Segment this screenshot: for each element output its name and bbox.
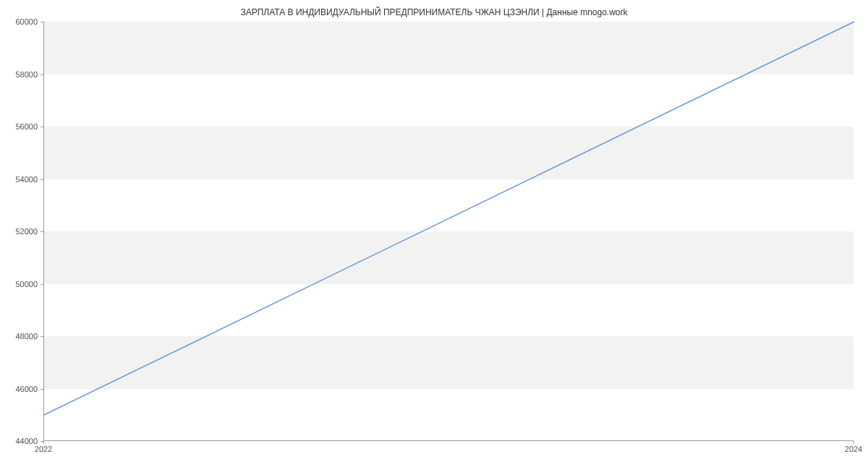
plot-svg — [44, 22, 854, 440]
y-tick-label: 58000 — [1, 70, 38, 79]
y-tick-label: 52000 — [1, 227, 38, 236]
y-tick-mark — [41, 231, 43, 232]
y-tick-label: 50000 — [1, 280, 38, 289]
y-tick-mark — [41, 389, 43, 390]
x-tick-label: 2024 — [845, 445, 862, 453]
y-tick-mark — [41, 336, 43, 337]
y-tick-mark — [41, 127, 43, 127]
x-tick-label: 2022 — [35, 445, 52, 453]
y-tick-mark — [41, 284, 43, 285]
data-line — [44, 22, 854, 415]
y-tick-label: 56000 — [1, 122, 38, 131]
y-tick-label: 48000 — [1, 332, 38, 341]
x-tick-mark — [43, 441, 44, 444]
y-tick-mark — [41, 22, 43, 22]
plot-area — [43, 22, 854, 441]
x-tick-mark — [854, 441, 854, 444]
y-tick-label: 60000 — [1, 17, 38, 26]
y-tick-mark — [41, 179, 43, 180]
chart-title: ЗАРПЛАТА В ИНДИВИДУАЛЬНЫЙ ПРЕДПРИНИМАТЕЛ… — [0, 7, 868, 17]
y-tick-mark — [41, 74, 43, 75]
y-tick-label: 54000 — [1, 175, 38, 184]
y-tick-label: 46000 — [1, 385, 38, 393]
y-tick-label: 44000 — [1, 437, 38, 445]
